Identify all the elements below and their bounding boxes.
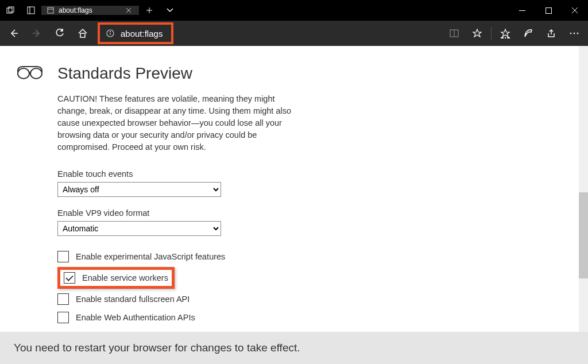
tab-title: about:flags: [59, 6, 92, 14]
address-bar-highlight: about:flags: [98, 22, 173, 44]
toolbar-separator: [491, 27, 492, 40]
svg-point-28: [570, 33, 572, 34]
scrollbar-thumb[interactable]: [579, 192, 588, 278]
restart-message: You need to restart your browser for cha…: [14, 342, 300, 354]
show-tabs-icon[interactable]: [21, 6, 41, 14]
touch-events-select[interactable]: Always off: [57, 182, 221, 197]
page-title: Standards Preview: [57, 64, 299, 83]
checkbox-label: Enable service workers: [82, 273, 168, 282]
forward-button[interactable]: [25, 22, 48, 45]
touch-events-label: Enable touch events: [57, 169, 299, 179]
checkbox-label: Enable standard fullscreen API: [76, 295, 189, 304]
vp9-select[interactable]: Automatic: [57, 221, 221, 236]
svg-marker-22: [473, 29, 481, 37]
add-favorite-icon[interactable]: [466, 22, 489, 45]
checkbox[interactable]: [64, 272, 75, 284]
svg-point-29: [574, 33, 575, 34]
checkbox[interactable]: [57, 293, 69, 305]
home-button[interactable]: [71, 22, 94, 45]
checkbox[interactable]: [57, 312, 69, 323]
checkbox-row-fullscreen[interactable]: Enable standard fullscreen API: [57, 290, 299, 308]
close-window-button[interactable]: [562, 0, 588, 21]
browser-tab[interactable]: about:flags: [41, 6, 139, 15]
svg-marker-23: [501, 29, 509, 37]
checkbox[interactable]: [57, 251, 69, 262]
tab-preview-chevron-icon[interactable]: [160, 7, 180, 13]
svg-rect-2: [28, 7, 34, 14]
checkbox-label: Enable experimental JavaScript features: [76, 252, 225, 261]
address-bar-text[interactable]: about:flags: [121, 29, 167, 38]
more-icon[interactable]: [563, 22, 586, 45]
caution-text: CAUTION! These features are volatile, me…: [57, 93, 299, 153]
maximize-button[interactable]: [535, 0, 562, 21]
share-icon[interactable]: [540, 22, 563, 45]
checkbox-row-webauthn[interactable]: Enable Web Authentication APIs: [57, 308, 299, 327]
minimize-button[interactable]: [509, 0, 535, 21]
info-icon[interactable]: [105, 29, 116, 37]
svg-point-30: [577, 33, 579, 34]
svg-point-19: [110, 32, 111, 32]
svg-rect-11: [546, 7, 551, 13]
svg-rect-0: [7, 8, 12, 13]
favorites-hub-icon[interactable]: [494, 22, 517, 45]
restart-banner: You need to restart your browser for cha…: [0, 332, 588, 364]
svg-point-32: [30, 68, 42, 79]
toolbar: about:flags: [0, 21, 588, 46]
refresh-button[interactable]: [48, 22, 71, 45]
tab-close-button[interactable]: [124, 6, 133, 15]
new-tab-button[interactable]: [139, 7, 160, 14]
svg-rect-16: [80, 33, 85, 37]
vp9-label: Enable VP9 video format: [57, 208, 299, 218]
scrollbar[interactable]: [579, 46, 588, 332]
reading-view-icon[interactable]: [443, 22, 466, 45]
svg-point-31: [18, 68, 29, 79]
svg-rect-4: [48, 7, 53, 13]
goggles-icon: [16, 64, 44, 327]
title-bar: about:flags: [0, 0, 588, 21]
back-button[interactable]: [2, 22, 25, 45]
checkbox-row-js[interactable]: Enable experimental JavaScript features: [57, 247, 299, 266]
highlight-service-workers: Enable service workers: [57, 267, 175, 289]
checkbox-label: Enable Web Authentication APIs: [76, 313, 195, 322]
page-icon: [47, 7, 54, 14]
set-aside-tabs-icon[interactable]: [0, 6, 21, 14]
svg-rect-1: [9, 7, 14, 12]
web-notes-icon[interactable]: [517, 22, 540, 45]
